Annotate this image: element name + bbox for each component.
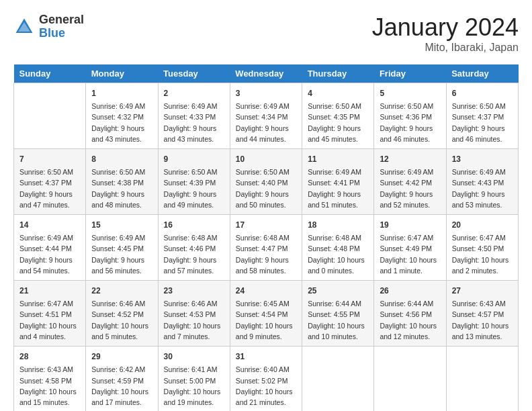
column-header-sunday: Sunday bbox=[14, 64, 86, 83]
calendar-cell: 2Sunrise: 6:49 AM Sunset: 4:33 PM Daylig… bbox=[158, 83, 230, 149]
day-number: 4 bbox=[308, 87, 368, 99]
month-title: January 2024 bbox=[372, 13, 519, 42]
calendar-cell: 3Sunrise: 6:49 AM Sunset: 4:34 PM Daylig… bbox=[230, 83, 302, 149]
calendar-cell: 29Sunrise: 6:42 AM Sunset: 4:59 PM Dayli… bbox=[86, 347, 158, 411]
day-number: 31 bbox=[236, 351, 296, 363]
calendar-cell: 1Sunrise: 6:49 AM Sunset: 4:32 PM Daylig… bbox=[86, 83, 158, 149]
location: Mito, Ibaraki, Japan bbox=[372, 42, 519, 54]
logo-blue-text: Blue bbox=[39, 27, 84, 40]
calendar-cell bbox=[14, 83, 86, 149]
logo-icon bbox=[13, 16, 35, 38]
day-number: 5 bbox=[380, 87, 440, 99]
calendar-cell: 4Sunrise: 6:50 AM Sunset: 4:35 PM Daylig… bbox=[302, 83, 374, 149]
day-number: 18 bbox=[308, 219, 368, 231]
calendar-cell: 22Sunrise: 6:46 AM Sunset: 4:52 PM Dayli… bbox=[86, 281, 158, 347]
day-info: Sunrise: 6:49 AM Sunset: 4:32 PM Dayligh… bbox=[91, 101, 152, 144]
day-info: Sunrise: 6:48 AM Sunset: 4:46 PM Dayligh… bbox=[164, 232, 224, 276]
logo-general-text: General bbox=[39, 13, 84, 27]
calendar-cell: 31Sunrise: 6:40 AM Sunset: 5:02 PM Dayli… bbox=[230, 347, 302, 411]
calendar-cell: 8Sunrise: 6:50 AM Sunset: 4:38 PM Daylig… bbox=[86, 149, 158, 215]
calendar-week-row: 1Sunrise: 6:49 AM Sunset: 4:32 PM Daylig… bbox=[14, 83, 519, 149]
calendar-cell: 24Sunrise: 6:45 AM Sunset: 4:54 PM Dayli… bbox=[230, 281, 302, 347]
calendar-cell: 18Sunrise: 6:48 AM Sunset: 4:48 PM Dayli… bbox=[302, 215, 374, 281]
day-number: 12 bbox=[380, 153, 440, 165]
day-info: Sunrise: 6:45 AM Sunset: 4:54 PM Dayligh… bbox=[236, 298, 296, 342]
day-info: Sunrise: 6:50 AM Sunset: 4:36 PM Dayligh… bbox=[380, 101, 440, 144]
day-number: 16 bbox=[164, 219, 224, 231]
calendar-week-row: 7Sunrise: 6:50 AM Sunset: 4:37 PM Daylig… bbox=[14, 149, 519, 215]
calendar-cell: 20Sunrise: 6:47 AM Sunset: 4:50 PM Dayli… bbox=[446, 215, 518, 281]
day-info: Sunrise: 6:46 AM Sunset: 4:52 PM Dayligh… bbox=[91, 298, 152, 342]
calendar-cell: 25Sunrise: 6:44 AM Sunset: 4:55 PM Dayli… bbox=[302, 281, 374, 347]
column-header-saturday: Saturday bbox=[446, 64, 518, 83]
day-info: Sunrise: 6:49 AM Sunset: 4:43 PM Dayligh… bbox=[452, 167, 513, 210]
day-number: 11 bbox=[308, 153, 368, 165]
day-number: 30 bbox=[164, 351, 224, 363]
day-info: Sunrise: 6:40 AM Sunset: 5:02 PM Dayligh… bbox=[236, 364, 296, 408]
day-number: 9 bbox=[164, 153, 224, 165]
day-number: 19 bbox=[380, 219, 440, 231]
calendar-cell bbox=[446, 347, 518, 411]
day-info: Sunrise: 6:50 AM Sunset: 4:35 PM Dayligh… bbox=[308, 101, 368, 144]
day-info: Sunrise: 6:43 AM Sunset: 4:57 PM Dayligh… bbox=[452, 298, 513, 342]
calendar-cell: 5Sunrise: 6:50 AM Sunset: 4:36 PM Daylig… bbox=[374, 83, 446, 149]
calendar-cell: 23Sunrise: 6:46 AM Sunset: 4:53 PM Dayli… bbox=[158, 281, 230, 347]
day-info: Sunrise: 6:50 AM Sunset: 4:37 PM Dayligh… bbox=[19, 167, 80, 210]
calendar-cell: 7Sunrise: 6:50 AM Sunset: 4:37 PM Daylig… bbox=[14, 149, 86, 215]
day-info: Sunrise: 6:46 AM Sunset: 4:53 PM Dayligh… bbox=[164, 298, 224, 342]
calendar-cell: 11Sunrise: 6:49 AM Sunset: 4:41 PM Dayli… bbox=[302, 149, 374, 215]
day-info: Sunrise: 6:44 AM Sunset: 4:56 PM Dayligh… bbox=[380, 298, 440, 342]
calendar-header-row: SundayMondayTuesdayWednesdayThursdayFrid… bbox=[14, 64, 519, 83]
calendar-cell: 16Sunrise: 6:48 AM Sunset: 4:46 PM Dayli… bbox=[158, 215, 230, 281]
day-info: Sunrise: 6:47 AM Sunset: 4:50 PM Dayligh… bbox=[452, 232, 513, 276]
day-number: 3 bbox=[236, 87, 296, 99]
day-info: Sunrise: 6:42 AM Sunset: 4:59 PM Dayligh… bbox=[91, 364, 152, 408]
day-info: Sunrise: 6:47 AM Sunset: 4:51 PM Dayligh… bbox=[19, 298, 80, 342]
day-number: 20 bbox=[452, 219, 513, 231]
day-info: Sunrise: 6:49 AM Sunset: 4:34 PM Dayligh… bbox=[236, 101, 296, 144]
day-info: Sunrise: 6:49 AM Sunset: 4:44 PM Dayligh… bbox=[19, 232, 80, 276]
day-number: 1 bbox=[91, 87, 152, 99]
day-info: Sunrise: 6:50 AM Sunset: 4:38 PM Dayligh… bbox=[91, 167, 152, 210]
column-header-tuesday: Tuesday bbox=[158, 64, 230, 83]
day-info: Sunrise: 6:41 AM Sunset: 5:00 PM Dayligh… bbox=[164, 364, 224, 408]
calendar-cell: 6Sunrise: 6:50 AM Sunset: 4:37 PM Daylig… bbox=[446, 83, 518, 149]
calendar-cell: 17Sunrise: 6:48 AM Sunset: 4:47 PM Dayli… bbox=[230, 215, 302, 281]
calendar-cell: 30Sunrise: 6:41 AM Sunset: 5:00 PM Dayli… bbox=[158, 347, 230, 411]
day-number: 14 bbox=[19, 219, 80, 231]
calendar-cell: 27Sunrise: 6:43 AM Sunset: 4:57 PM Dayli… bbox=[446, 281, 518, 347]
calendar-week-row: 28Sunrise: 6:43 AM Sunset: 4:58 PM Dayli… bbox=[14, 347, 519, 411]
day-number: 7 bbox=[19, 153, 80, 165]
calendar-cell: 9Sunrise: 6:50 AM Sunset: 4:39 PM Daylig… bbox=[158, 149, 230, 215]
day-number: 13 bbox=[452, 153, 513, 165]
day-number: 24 bbox=[236, 285, 296, 297]
day-number: 22 bbox=[91, 285, 152, 297]
day-info: Sunrise: 6:50 AM Sunset: 4:40 PM Dayligh… bbox=[236, 167, 296, 210]
day-info: Sunrise: 6:49 AM Sunset: 4:42 PM Dayligh… bbox=[380, 167, 440, 210]
day-number: 17 bbox=[236, 219, 296, 231]
day-number: 15 bbox=[91, 219, 152, 231]
column-header-monday: Monday bbox=[86, 64, 158, 83]
calendar-cell bbox=[302, 347, 374, 411]
day-info: Sunrise: 6:50 AM Sunset: 4:37 PM Dayligh… bbox=[452, 101, 513, 144]
calendar-cell: 26Sunrise: 6:44 AM Sunset: 4:56 PM Dayli… bbox=[374, 281, 446, 347]
day-info: Sunrise: 6:43 AM Sunset: 4:58 PM Dayligh… bbox=[19, 364, 80, 408]
day-info: Sunrise: 6:49 AM Sunset: 4:45 PM Dayligh… bbox=[91, 232, 152, 276]
day-info: Sunrise: 6:44 AM Sunset: 4:55 PM Dayligh… bbox=[308, 298, 368, 342]
day-info: Sunrise: 6:47 AM Sunset: 4:49 PM Dayligh… bbox=[380, 232, 440, 276]
day-info: Sunrise: 6:48 AM Sunset: 4:48 PM Dayligh… bbox=[308, 232, 368, 276]
day-number: 29 bbox=[91, 351, 152, 363]
page-header: General Blue January 2024 Mito, Ibaraki,… bbox=[13, 13, 519, 54]
calendar-cell: 19Sunrise: 6:47 AM Sunset: 4:49 PM Dayli… bbox=[374, 215, 446, 281]
column-header-friday: Friday bbox=[374, 64, 446, 83]
calendar-cell: 15Sunrise: 6:49 AM Sunset: 4:45 PM Dayli… bbox=[86, 215, 158, 281]
calendar-cell: 13Sunrise: 6:49 AM Sunset: 4:43 PM Dayli… bbox=[446, 149, 518, 215]
day-number: 28 bbox=[19, 351, 80, 363]
calendar-table: SundayMondayTuesdayWednesdayThursdayFrid… bbox=[13, 64, 519, 411]
day-number: 27 bbox=[452, 285, 513, 297]
column-header-wednesday: Wednesday bbox=[230, 64, 302, 83]
calendar-cell: 10Sunrise: 6:50 AM Sunset: 4:40 PM Dayli… bbox=[230, 149, 302, 215]
logo: General Blue bbox=[13, 13, 84, 40]
calendar-week-row: 21Sunrise: 6:47 AM Sunset: 4:51 PM Dayli… bbox=[14, 281, 519, 347]
day-number: 6 bbox=[452, 87, 513, 99]
